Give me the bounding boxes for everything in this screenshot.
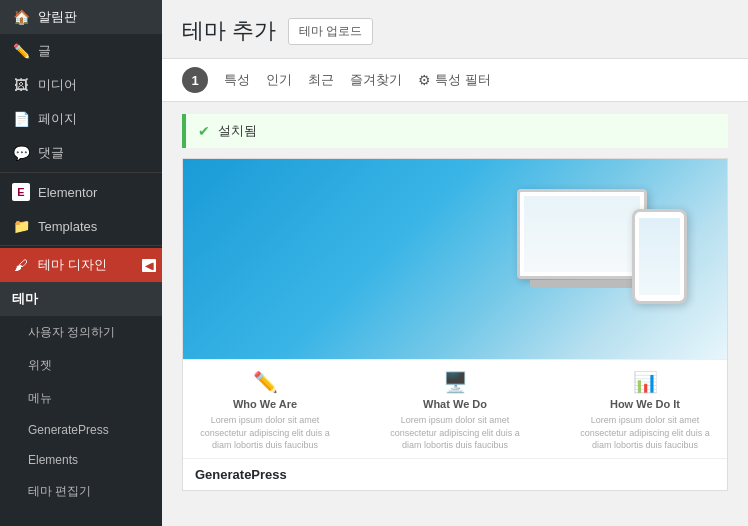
feature-title-what: What We Do [423,398,487,410]
theme-features-row: ✏️ Who We Are Lorem ipsum dolor sit amet… [183,359,727,458]
step-circle: 1 [182,67,208,93]
phone-screen [639,218,680,295]
templates-icon: 📁 [12,217,30,235]
sidebar-item-templates[interactable]: 📁 Templates [0,209,162,243]
filter-link-favorites[interactable]: 즐겨찾기 [350,71,402,89]
sidebar-label-themeeditor: 테마 편집기 [28,483,91,500]
themedesign-icon: 🖌 [12,256,30,274]
arrow-icon: ◀ [142,259,156,272]
sidebar-label-custom: 사용자 정의하기 [28,324,115,341]
sidebar-label-elementor: Elementor [38,185,97,200]
filter-link-recent[interactable]: 최근 [308,71,334,89]
sidebar-label-elements: Elements [28,453,78,467]
pages-icon: 📄 [12,110,30,128]
feature-icon-what: 🖥️ [443,370,468,394]
sidebar-label-comments: 댓글 [38,144,64,162]
sidebar-item-tema[interactable]: 테마 [0,282,162,316]
sidebar-item-elements[interactable]: Elements [0,445,162,475]
elementor-icon: E [12,183,30,201]
sidebar-item-elementor[interactable]: E Elementor [0,175,162,209]
filter-link-features[interactable]: 특성 [224,71,250,89]
sidebar-divider-1 [0,172,162,173]
sidebar-label-generatepress: GeneratePress [28,423,109,437]
feature-title-how: How We Do It [610,398,680,410]
sidebar-item-custom[interactable]: 사용자 정의하기 [0,316,162,349]
filter-settings-button[interactable]: ⚙ 특성 필터 [418,71,491,89]
feature-desc-how: Lorem ipsum dolor sit amet consectetur a… [575,414,715,452]
main-content: 테마 추가 테마 업로드 1 특성 인기 최근 즐겨찾기 ⚙ 특성 필터 ✔ 설… [162,0,748,526]
sidebar-item-themeeditor[interactable]: 테마 편집기 [0,475,162,508]
sidebar-label-themedesign: 테마 디자인 [38,256,107,274]
sidebar-divider-2 [0,245,162,246]
feature-desc-who: Lorem ipsum dolor sit amet consectetur a… [195,414,335,452]
sidebar-label-widget: 위젯 [28,357,52,374]
feature-how: 📊 How We Do It Lorem ipsum dolor sit ame… [575,370,715,452]
installed-banner: ✔ 설치됨 [182,114,728,148]
media-icon: 🖼 [12,76,30,94]
feature-who: ✏️ Who We Are Lorem ipsum dolor sit amet… [195,370,335,452]
sidebar-label-menu: 메뉴 [28,390,52,407]
gear-icon: ⚙ [418,72,431,88]
sidebar-item-media[interactable]: 🖼 미디어 [0,68,162,102]
filter-bar: 1 특성 인기 최근 즐겨찾기 ⚙ 특성 필터 [162,58,748,102]
feature-icon-how: 📊 [633,370,658,394]
sidebar-label-media: 미디어 [38,76,77,94]
comments-icon: 💬 [12,144,30,162]
sidebar-label-pages: 페이지 [38,110,77,128]
page-title: 테마 추가 [182,16,276,46]
feature-title-who: Who We Are [233,398,297,410]
sidebar-item-posts[interactable]: ✏️ 글 [0,34,162,68]
theme-preview [183,159,727,359]
sidebar-label-dashboard: 알림판 [38,8,77,26]
feature-icon-who: ✏️ [253,370,278,394]
theme-name: GeneratePress [195,467,287,482]
sidebar-label-templates: Templates [38,219,97,234]
dashboard-icon: 🏠 [12,8,30,26]
sidebar-item-themedesign[interactable]: 🖌 테마 디자인 ◀ [0,248,162,282]
check-icon: ✔ [198,123,210,139]
feature-desc-what: Lorem ipsum dolor sit amet consectetur a… [385,414,525,452]
posts-icon: ✏️ [12,42,30,60]
theme-name-bar: GeneratePress [183,458,727,490]
filter-settings-label: 특성 필터 [435,71,491,89]
sidebar-label-posts: 글 [38,42,51,60]
sidebar-item-comments[interactable]: 💬 댓글 [0,136,162,170]
sidebar-item-generatepress[interactable]: GeneratePress [0,415,162,445]
page-header: 테마 추가 테마 업로드 [162,0,748,58]
laptop-screen [524,196,640,272]
sidebar-item-pages[interactable]: 📄 페이지 [0,102,162,136]
filter-link-popular[interactable]: 인기 [266,71,292,89]
theme-area: ✔ 설치됨 ✏️ Who We Are Lorem ipsum dolor si… [162,102,748,526]
sidebar-label-tema: 테마 [12,290,38,308]
theme-card: ✏️ Who We Are Lorem ipsum dolor sit amet… [182,158,728,491]
installed-label: 설치됨 [218,122,257,140]
laptop-device [517,189,647,279]
phone-device [632,209,687,304]
feature-what: 🖥️ What We Do Lorem ipsum dolor sit amet… [385,370,525,452]
sidebar-item-dashboard[interactable]: 🏠 알림판 [0,0,162,34]
upload-button[interactable]: 테마 업로드 [288,18,373,45]
sidebar-item-menu[interactable]: 메뉴 [0,382,162,415]
sidebar-item-widget[interactable]: 위젯 [0,349,162,382]
sidebar: 🏠 알림판 ✏️ 글 🖼 미디어 📄 페이지 💬 댓글 E Elementor … [0,0,162,526]
